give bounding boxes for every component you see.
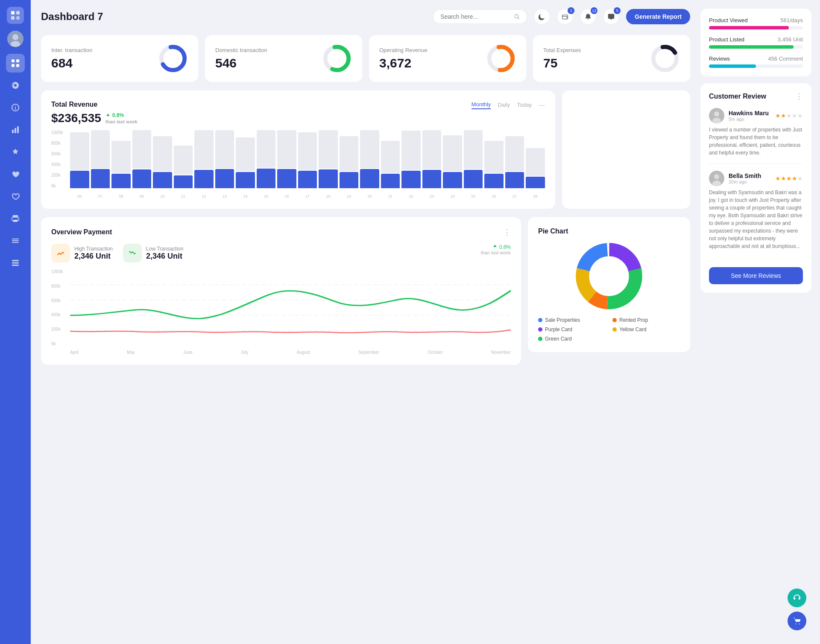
svg-rect-12 bbox=[15, 107, 16, 110]
svg-rect-19 bbox=[13, 220, 18, 222]
bar-label-x: 14 bbox=[236, 194, 255, 198]
payment-more-options[interactable]: ⋮ bbox=[503, 227, 511, 237]
sidebar-item-chart[interactable] bbox=[6, 120, 25, 139]
bar-group-16 bbox=[277, 130, 296, 188]
sidebar-item-settings[interactable] bbox=[6, 76, 25, 95]
sidebar-item-heart[interactable] bbox=[6, 165, 25, 184]
revenue-change-label: than last week bbox=[105, 119, 138, 124]
reviewer-info: Bella Smith 20m ago bbox=[729, 172, 761, 184]
sidebar-item-print[interactable] bbox=[6, 209, 25, 228]
sidebar-item-star[interactable] bbox=[6, 143, 25, 161]
reviewer-time: 20m ago bbox=[729, 179, 761, 184]
bar-gray bbox=[70, 132, 89, 170]
sidebar-item-menu[interactable] bbox=[6, 231, 25, 250]
domestic-transaction-label: Domestic transaction bbox=[215, 47, 267, 53]
review-text: Dealing with Syamsudin and Bakri was a j… bbox=[709, 189, 803, 250]
bar-group-23 bbox=[422, 130, 442, 188]
revenue-title: Total Revenue bbox=[51, 101, 97, 108]
bar-group-26 bbox=[484, 130, 504, 188]
svg-point-27 bbox=[515, 15, 518, 18]
progress-bar bbox=[709, 26, 803, 29]
bell-btn[interactable]: 12 bbox=[580, 9, 596, 25]
sidebar-logo[interactable] bbox=[7, 7, 24, 24]
stat-row-header: Product Viewed 561/days bbox=[709, 17, 803, 23]
bar-label-x: 24 bbox=[443, 194, 462, 198]
bar-label-x: 10 bbox=[153, 194, 172, 198]
svg-rect-14 bbox=[12, 130, 14, 133]
progress-fill bbox=[709, 45, 794, 49]
bar-label-x: 12 bbox=[194, 194, 214, 198]
svg-point-55 bbox=[714, 174, 719, 179]
bar-blue bbox=[401, 171, 421, 188]
payment-change: 0.8% than last week bbox=[481, 244, 511, 262]
svg-rect-26 bbox=[12, 265, 19, 266]
payment-change-pct: 0.8% bbox=[481, 244, 511, 250]
see-more-reviews-button[interactable]: See More Reviews bbox=[709, 267, 803, 284]
wallet-btn[interactable]: 2 bbox=[557, 9, 573, 25]
sidebar-item-heart2[interactable] bbox=[6, 187, 25, 206]
bar-gray bbox=[257, 130, 276, 168]
arrow-up-icon bbox=[105, 113, 111, 118]
stat-row-header: Product Listed 3,456 Unit bbox=[709, 36, 803, 43]
legend-dot bbox=[538, 337, 542, 341]
bar-group-08 bbox=[111, 130, 131, 188]
stat-card-inter-transaction: Inter. transaction 684 bbox=[41, 35, 198, 82]
search-input[interactable] bbox=[440, 13, 510, 20]
bar-gray bbox=[360, 130, 379, 168]
page-title: Dashboard 7 bbox=[41, 11, 103, 23]
tab-daily[interactable]: Daily bbox=[498, 102, 510, 109]
stat-card-total-expenses: Total Expenses 75 bbox=[533, 35, 690, 82]
bar-group-22 bbox=[401, 130, 421, 188]
svg-rect-1 bbox=[16, 11, 20, 15]
svg-rect-10 bbox=[16, 64, 19, 67]
svg-rect-7 bbox=[12, 59, 15, 62]
avatar[interactable] bbox=[7, 31, 23, 47]
high-transaction-value: 2,346 Unit bbox=[74, 252, 113, 261]
support-button[interactable] bbox=[788, 589, 806, 607]
bar-blue bbox=[464, 170, 483, 188]
cart-button[interactable] bbox=[788, 612, 806, 630]
content-row: Total Revenue Monthly Daily Today ··· $2… bbox=[41, 90, 690, 209]
domestic-transaction-value: 546 bbox=[215, 56, 267, 70]
stat-row-label: Product Listed bbox=[709, 36, 744, 43]
bar-blue bbox=[111, 174, 131, 188]
legend-label: Green Card bbox=[545, 336, 572, 342]
right-column: Pie Chart bbox=[528, 217, 690, 365]
reviewer-avatar bbox=[709, 108, 724, 123]
bar-label-x: 06 bbox=[70, 194, 89, 198]
line-chart-x: AprilMayJuneJulyAugustSeptemberOctoberNo… bbox=[70, 350, 511, 355]
bar-group-17 bbox=[298, 130, 317, 188]
stat-row-label: Product Viewed bbox=[709, 17, 748, 23]
sidebar-item-dashboard[interactable] bbox=[6, 54, 25, 73]
svg-rect-0 bbox=[11, 11, 15, 15]
low-transaction-value: 2,346 Unit bbox=[146, 252, 183, 261]
chat-btn[interactable]: 5 bbox=[603, 9, 619, 25]
bar-gray bbox=[277, 130, 296, 168]
line-label-x: June bbox=[183, 350, 193, 355]
bar-label-x: 20 bbox=[360, 194, 379, 198]
dark-mode-toggle[interactable] bbox=[534, 9, 550, 25]
line-label-x: May bbox=[127, 350, 135, 355]
progress-bar bbox=[709, 64, 803, 68]
star-rating: ★★★★★ bbox=[775, 112, 803, 119]
bar-gray bbox=[401, 131, 421, 170]
svg-rect-3 bbox=[16, 16, 20, 20]
sidebar-item-list[interactable] bbox=[6, 254, 25, 272]
reviewer-time: 5m ago bbox=[729, 117, 769, 122]
tab-monthly[interactable]: Monthly bbox=[472, 101, 491, 109]
svg-point-20 bbox=[17, 219, 18, 219]
search-box[interactable] bbox=[433, 9, 527, 24]
bar-gray bbox=[464, 130, 483, 169]
bar-group-11 bbox=[174, 130, 193, 188]
review-more-options[interactable]: ⋮ bbox=[795, 92, 803, 101]
generate-report-button[interactable]: Generate Report bbox=[626, 9, 690, 24]
moon-icon bbox=[539, 13, 545, 20]
domestic-transaction-donut bbox=[322, 44, 352, 73]
legend-dot bbox=[538, 327, 542, 332]
cart-icon bbox=[793, 617, 801, 625]
bar-gray bbox=[111, 141, 131, 173]
bar-label-x: 19 bbox=[340, 194, 359, 198]
sidebar-item-info[interactable] bbox=[6, 98, 25, 117]
tab-today[interactable]: Today bbox=[517, 102, 532, 109]
revenue-more-options[interactable]: ··· bbox=[539, 101, 545, 110]
